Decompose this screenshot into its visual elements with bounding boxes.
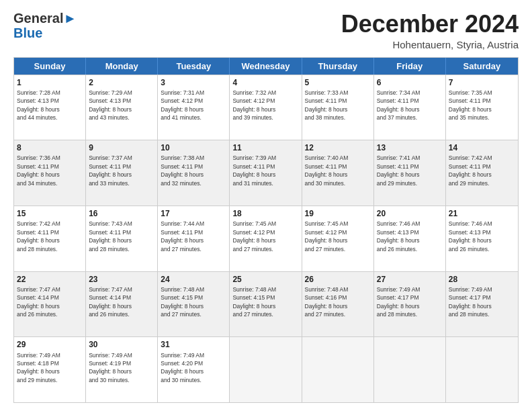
day-details: Sunrise: 7:47 AM Sunset: 4:14 PM Dayligh…	[17, 286, 60, 318]
day-number: 4	[232, 77, 298, 88]
day-details: Sunrise: 7:42 AM Sunset: 4:11 PM Dayligh…	[449, 154, 492, 186]
day-number: 5	[305, 77, 371, 88]
calendar-week-row: 1Sunrise: 7:28 AM Sunset: 4:13 PM Daylig…	[14, 75, 518, 140]
day-number: 20	[377, 208, 443, 219]
calendar-day-cell: 27Sunrise: 7:49 AM Sunset: 4:17 PM Dayli…	[374, 272, 446, 337]
logo-blue: Blue	[13, 26, 77, 40]
day-details: Sunrise: 7:48 AM Sunset: 4:15 PM Dayligh…	[161, 286, 204, 318]
day-number: 10	[161, 142, 226, 153]
day-details: Sunrise: 7:49 AM Sunset: 4:20 PM Dayligh…	[161, 352, 204, 383]
calendar-day-cell: 24Sunrise: 7:48 AM Sunset: 4:15 PM Dayli…	[158, 272, 230, 337]
day-number: 27	[377, 274, 443, 285]
logo: General► Blue	[13, 11, 77, 40]
calendar-day-cell: 26Sunrise: 7:48 AM Sunset: 4:16 PM Dayli…	[302, 272, 374, 337]
day-details: Sunrise: 7:45 AM Sunset: 4:12 PM Dayligh…	[305, 220, 349, 252]
calendar-day-cell: 1Sunrise: 7:28 AM Sunset: 4:13 PM Daylig…	[14, 75, 86, 140]
calendar: SundayMondayTuesdayWednesdayThursdayFrid…	[13, 57, 519, 403]
day-number: 18	[232, 208, 298, 219]
day-number: 11	[232, 142, 298, 153]
day-details: Sunrise: 7:36 AM Sunset: 4:11 PM Dayligh…	[17, 154, 60, 186]
day-number: 6	[377, 77, 443, 88]
day-details: Sunrise: 7:37 AM Sunset: 4:11 PM Dayligh…	[89, 154, 132, 186]
day-number: 2	[89, 77, 154, 88]
calendar-day-header: Sunday	[14, 58, 86, 75]
calendar-day-cell: 10Sunrise: 7:38 AM Sunset: 4:11 PM Dayli…	[158, 140, 230, 205]
day-number: 17	[161, 208, 226, 219]
subtitle: Hohentauern, Styria, Austria	[341, 39, 519, 50]
calendar-day-cell: 29Sunrise: 7:49 AM Sunset: 4:18 PM Dayli…	[14, 337, 86, 402]
day-details: Sunrise: 7:29 AM Sunset: 4:13 PM Dayligh…	[89, 89, 132, 121]
day-details: Sunrise: 7:43 AM Sunset: 4:11 PM Dayligh…	[89, 220, 132, 252]
calendar-day-header: Monday	[86, 58, 158, 75]
day-number: 21	[449, 208, 515, 219]
day-number: 12	[305, 142, 371, 153]
calendar-day-header: Saturday	[446, 58, 518, 75]
day-details: Sunrise: 7:49 AM Sunset: 4:19 PM Dayligh…	[89, 352, 132, 383]
calendar-day-cell: 11Sunrise: 7:39 AM Sunset: 4:11 PM Dayli…	[230, 140, 302, 205]
empty-cell	[446, 337, 518, 402]
day-number: 26	[305, 274, 371, 285]
day-number: 14	[449, 142, 515, 153]
calendar-body: 1Sunrise: 7:28 AM Sunset: 4:13 PM Daylig…	[14, 75, 518, 402]
day-details: Sunrise: 7:49 AM Sunset: 4:17 PM Dayligh…	[449, 286, 492, 318]
day-number: 19	[305, 208, 371, 219]
day-details: Sunrise: 7:46 AM Sunset: 4:13 PM Dayligh…	[449, 220, 492, 252]
day-details: Sunrise: 7:35 AM Sunset: 4:11 PM Dayligh…	[449, 89, 492, 121]
day-details: Sunrise: 7:48 AM Sunset: 4:16 PM Dayligh…	[305, 286, 349, 318]
calendar-day-cell: 14Sunrise: 7:42 AM Sunset: 4:11 PM Dayli…	[446, 140, 518, 205]
calendar-day-cell: 6Sunrise: 7:34 AM Sunset: 4:11 PM Daylig…	[374, 75, 446, 140]
calendar-day-cell: 2Sunrise: 7:29 AM Sunset: 4:13 PM Daylig…	[86, 75, 158, 140]
calendar-day-cell: 20Sunrise: 7:46 AM Sunset: 4:13 PM Dayli…	[374, 206, 446, 271]
day-details: Sunrise: 7:46 AM Sunset: 4:13 PM Dayligh…	[377, 220, 420, 252]
day-details: Sunrise: 7:41 AM Sunset: 4:11 PM Dayligh…	[377, 154, 420, 186]
calendar-day-cell: 31Sunrise: 7:49 AM Sunset: 4:20 PM Dayli…	[158, 337, 230, 402]
calendar-day-header: Tuesday	[158, 58, 230, 75]
calendar-day-header: Wednesday	[230, 58, 302, 75]
calendar-week-row: 15Sunrise: 7:42 AM Sunset: 4:11 PM Dayli…	[14, 205, 518, 271]
calendar-week-row: 8Sunrise: 7:36 AM Sunset: 4:11 PM Daylig…	[14, 140, 518, 205]
calendar-day-cell: 17Sunrise: 7:44 AM Sunset: 4:11 PM Dayli…	[158, 206, 230, 271]
day-details: Sunrise: 7:44 AM Sunset: 4:11 PM Dayligh…	[161, 220, 204, 252]
day-details: Sunrise: 7:47 AM Sunset: 4:14 PM Dayligh…	[89, 286, 132, 318]
day-number: 29	[17, 339, 83, 350]
day-details: Sunrise: 7:42 AM Sunset: 4:11 PM Dayligh…	[17, 220, 60, 252]
calendar-day-cell: 25Sunrise: 7:48 AM Sunset: 4:15 PM Dayli…	[230, 272, 302, 337]
day-details: Sunrise: 7:40 AM Sunset: 4:11 PM Dayligh…	[305, 154, 349, 186]
day-number: 23	[89, 274, 154, 285]
day-details: Sunrise: 7:48 AM Sunset: 4:15 PM Dayligh…	[232, 286, 276, 318]
day-number: 1	[17, 77, 83, 88]
calendar-day-cell: 7Sunrise: 7:35 AM Sunset: 4:11 PM Daylig…	[446, 75, 518, 140]
day-number: 7	[449, 77, 515, 88]
day-details: Sunrise: 7:33 AM Sunset: 4:11 PM Dayligh…	[305, 89, 349, 121]
calendar-day-cell: 22Sunrise: 7:47 AM Sunset: 4:14 PM Dayli…	[14, 272, 86, 337]
day-number: 30	[89, 339, 154, 350]
calendar-day-cell: 16Sunrise: 7:43 AM Sunset: 4:11 PM Dayli…	[86, 206, 158, 271]
calendar-week-row: 29Sunrise: 7:49 AM Sunset: 4:18 PM Dayli…	[14, 336, 518, 402]
day-number: 9	[89, 142, 154, 153]
day-number: 28	[449, 274, 515, 285]
calendar-day-cell: 18Sunrise: 7:45 AM Sunset: 4:12 PM Dayli…	[230, 206, 302, 271]
empty-cell	[374, 337, 446, 402]
day-number: 16	[89, 208, 154, 219]
calendar-day-cell: 15Sunrise: 7:42 AM Sunset: 4:11 PM Dayli…	[14, 206, 86, 271]
day-number: 24	[161, 274, 226, 285]
calendar-day-header: Thursday	[302, 58, 374, 75]
day-details: Sunrise: 7:45 AM Sunset: 4:12 PM Dayligh…	[232, 220, 276, 252]
day-details: Sunrise: 7:31 AM Sunset: 4:12 PM Dayligh…	[161, 89, 204, 121]
day-number: 22	[17, 274, 83, 285]
month-title: December 2024	[341, 11, 519, 38]
calendar-day-cell: 19Sunrise: 7:45 AM Sunset: 4:12 PM Dayli…	[302, 206, 374, 271]
day-number: 25	[232, 274, 298, 285]
calendar-day-cell: 3Sunrise: 7:31 AM Sunset: 4:12 PM Daylig…	[158, 75, 230, 140]
calendar-day-cell: 12Sunrise: 7:40 AM Sunset: 4:11 PM Dayli…	[302, 140, 374, 205]
calendar-day-cell: 21Sunrise: 7:46 AM Sunset: 4:13 PM Dayli…	[446, 206, 518, 271]
calendar-week-row: 22Sunrise: 7:47 AM Sunset: 4:14 PM Dayli…	[14, 271, 518, 337]
calendar-day-cell: 4Sunrise: 7:32 AM Sunset: 4:12 PM Daylig…	[230, 75, 302, 140]
calendar-header-row: SundayMondayTuesdayWednesdayThursdayFrid…	[14, 58, 518, 75]
day-number: 31	[161, 339, 226, 350]
calendar-day-cell: 23Sunrise: 7:47 AM Sunset: 4:14 PM Dayli…	[86, 272, 158, 337]
day-details: Sunrise: 7:28 AM Sunset: 4:13 PM Dayligh…	[17, 89, 60, 121]
calendar-day-cell: 5Sunrise: 7:33 AM Sunset: 4:11 PM Daylig…	[302, 75, 374, 140]
day-number: 8	[17, 142, 83, 153]
empty-cell	[230, 337, 302, 402]
